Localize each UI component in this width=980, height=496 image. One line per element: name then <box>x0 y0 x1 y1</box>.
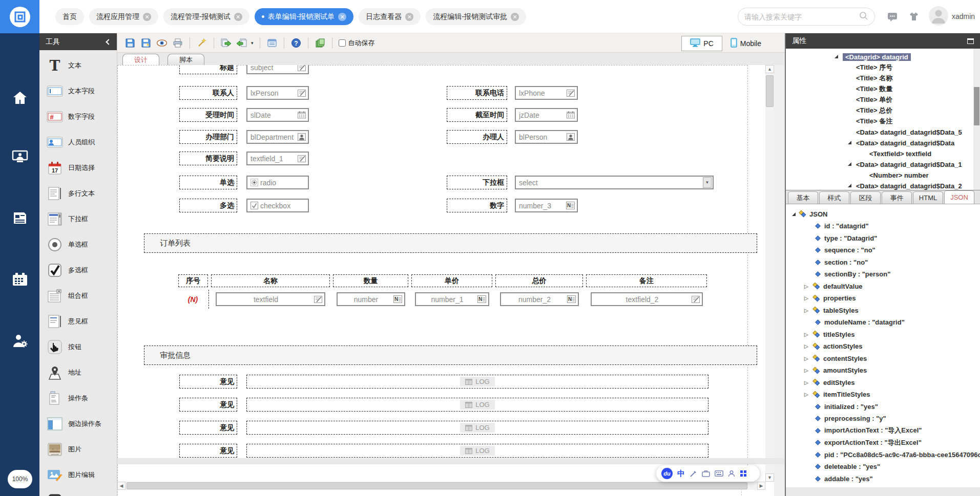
form-label-lxPhone[interactable]: 联系电话 <box>447 86 507 100</box>
scroll-down-icon[interactable]: ▼ <box>765 473 774 482</box>
tree-node-4[interactable]: <Title> 单价 <box>856 95 892 105</box>
ime-language-button[interactable]: 中 <box>677 469 685 479</box>
ime-toolbox-icon[interactable] <box>702 470 710 477</box>
json-node-7[interactable]: ▷properties <box>786 293 856 304</box>
tool-item-textfield[interactable]: 文本字段 <box>39 78 117 104</box>
form-field-lxPhone[interactable]: lxPhone <box>515 86 578 100</box>
datagrid-field-textfield[interactable]: textfield <box>216 292 325 306</box>
tree-node-0[interactable]: <Datagrid> datagrid <box>843 52 911 62</box>
json-node-6[interactable]: ▷defaultValue <box>786 281 863 292</box>
json-node-20[interactable]: pid : "PCc8a08dc5-ac9c-47a6-bbba-cee1564… <box>786 449 980 460</box>
form-list-button[interactable] <box>266 37 278 49</box>
username[interactable]: xadmin <box>952 12 975 20</box>
datagrid-col-header-2[interactable]: 数量 <box>333 274 408 287</box>
json-node-0[interactable]: JSON <box>786 208 827 220</box>
json-node-4[interactable]: section : "no" <box>786 256 868 268</box>
json-node-3[interactable]: sequence : "no" <box>786 245 875 256</box>
canvas-vertical-scrollbar[interactable]: ▲▼ <box>765 65 774 482</box>
tool-item-button[interactable]: 按钮 <box>39 334 117 360</box>
approval-log-field-0[interactable]: LOG <box>246 375 708 389</box>
search-input[interactable] <box>744 13 859 21</box>
form-label-blDepartment[interactable]: 办理部门 <box>179 130 237 144</box>
form-field-select[interactable]: select▼ <box>515 176 714 189</box>
print-button[interactable] <box>172 37 183 49</box>
tool-item-radio[interactable]: 单选框 <box>39 232 117 257</box>
log-button-0[interactable]: LOG <box>460 377 494 386</box>
sidebar-item-monitor-user[interactable] <box>0 143 39 172</box>
ime-apps-icon[interactable] <box>740 470 747 477</box>
tree-scroll-thumb[interactable] <box>974 87 979 125</box>
form-field-textfield_1[interactable]: textfield_1 <box>246 152 309 165</box>
device-mobile-button[interactable]: Mobile <box>722 36 769 51</box>
ime-user-icon[interactable] <box>728 470 735 477</box>
props-tab-样式[interactable]: 样式 <box>819 191 849 204</box>
sidebar-item-news[interactable] <box>0 205 39 233</box>
form-field-blDepartment[interactable]: blDepartment <box>246 130 309 144</box>
app-logo[interactable] <box>0 0 39 33</box>
scroll-right-icon[interactable]: ▶ <box>757 482 765 490</box>
ime-keyboard-icon[interactable] <box>715 470 723 477</box>
select-arrow-icon[interactable]: ▼ <box>703 177 712 188</box>
tool-item-numberfield[interactable]: #数字字段 <box>39 104 117 130</box>
tree-expander-icon[interactable] <box>848 184 851 187</box>
ime-pen-icon[interactable] <box>690 470 697 478</box>
approval-label-0[interactable]: 意见 <box>179 375 237 389</box>
json-node-1[interactable]: id : "datagrid" <box>786 221 869 232</box>
json-expander-icon[interactable]: ▷ <box>804 392 809 397</box>
tab-close-icon[interactable]: ✕ <box>405 13 413 21</box>
form-label-textfield_1[interactable]: 简要说明 <box>179 152 237 165</box>
scroll-left-icon[interactable]: ◀ <box>117 482 126 490</box>
tool-item-imageedit[interactable]: 图片编辑 <box>39 462 117 488</box>
datagrid-field-number_2[interactable]: number_2N <box>500 292 579 306</box>
json-node-2[interactable]: type : "Datagrid" <box>786 232 877 244</box>
top-tab-4[interactable]: 日志查看器✕ <box>359 8 421 25</box>
datagrid-col-header-0[interactable]: 序号 <box>178 274 208 287</box>
form-label-number_3[interactable]: 数字 <box>447 199 507 212</box>
tree-node-10[interactable]: <Data> datagrid_datagrid$Data_1 <box>856 159 962 169</box>
datagrid-col-header-4[interactable]: 总价 <box>495 274 583 287</box>
json-node-9[interactable]: moduleName : "datagrid" <box>786 317 905 328</box>
tree-node-7[interactable]: <Data> datagrid_datagrid$Data_5 <box>856 127 962 137</box>
json-expander-icon[interactable]: ▷ <box>804 356 809 361</box>
tab-close-icon[interactable]: ✕ <box>143 13 151 21</box>
json-node-14[interactable]: ▷editStyles <box>786 377 854 388</box>
approval-log-field-3[interactable]: LOG <box>246 444 708 458</box>
tree-node-12[interactable]: <Data> datagrid_datagrid$Data_2 <box>856 181 962 190</box>
datagrid-field-number_1[interactable]: number_1N <box>415 292 489 306</box>
datagrid-col-header-3[interactable]: 单价 <box>411 274 492 287</box>
tool-item-opinion[interactable]: 意见框 <box>39 309 117 334</box>
tool-item-text[interactable]: T文本 <box>39 53 117 78</box>
datagrid-field-number[interactable]: numberN <box>337 292 405 306</box>
log-button-3[interactable]: LOG <box>460 446 494 456</box>
form-field-radio[interactable]: radio <box>246 176 309 189</box>
json-node-5[interactable]: sectionBy : "person" <box>786 269 890 280</box>
json-expander-icon[interactable]: ▷ <box>804 368 809 373</box>
json-expander-icon[interactable]: ▷ <box>804 295 809 301</box>
datagrid-section-header[interactable]: 订单列表 <box>144 233 757 253</box>
json-node-12[interactable]: ▷contentStyles <box>786 353 867 364</box>
top-tab-2[interactable]: 流程管理-报销测试✕ <box>163 8 249 25</box>
tool-item-select[interactable]: 下拉框 <box>39 206 117 232</box>
sidebar-item-user-settings[interactable] <box>0 328 39 356</box>
approval-log-field-2[interactable]: LOG <box>246 421 708 435</box>
canvas-tab-script[interactable]: 脚本 <box>168 54 204 65</box>
form-label-lxPerson[interactable]: 联系人 <box>179 86 237 100</box>
form-label-select[interactable]: 下拉框 <box>447 176 507 189</box>
json-expander-icon[interactable]: ▷ <box>804 380 809 385</box>
json-node-10[interactable]: ▷titleStyles <box>786 329 854 340</box>
tool-item-date[interactable]: 17日期选择 <box>39 155 117 181</box>
tree-expander-icon[interactable] <box>848 162 851 166</box>
datagrid-col-header-1[interactable]: 名称 <box>211 274 330 287</box>
tool-item-actionbar[interactable]: 操作条 <box>39 385 117 411</box>
tree-scrollbar[interactable] <box>973 49 980 190</box>
preview-eye-button[interactable] <box>156 37 168 49</box>
tree-node-6[interactable]: <Title> 备注 <box>856 116 892 126</box>
tool-item-address[interactable]: 地址 <box>39 360 117 385</box>
props-tab-区段[interactable]: 区段 <box>850 191 881 204</box>
datagrid-seq-cell[interactable]: (N) <box>177 290 209 309</box>
tool-item-sideactionbar[interactable]: 侧边操作条 <box>39 411 117 437</box>
form-field-subject[interactable]: subject <box>246 65 309 74</box>
horizontal-scroll-thumb[interactable] <box>127 482 747 489</box>
top-tab-5[interactable]: 流程编辑-报销测试审批✕ <box>426 8 526 25</box>
import-caret-icon[interactable]: ▾ <box>251 40 254 46</box>
